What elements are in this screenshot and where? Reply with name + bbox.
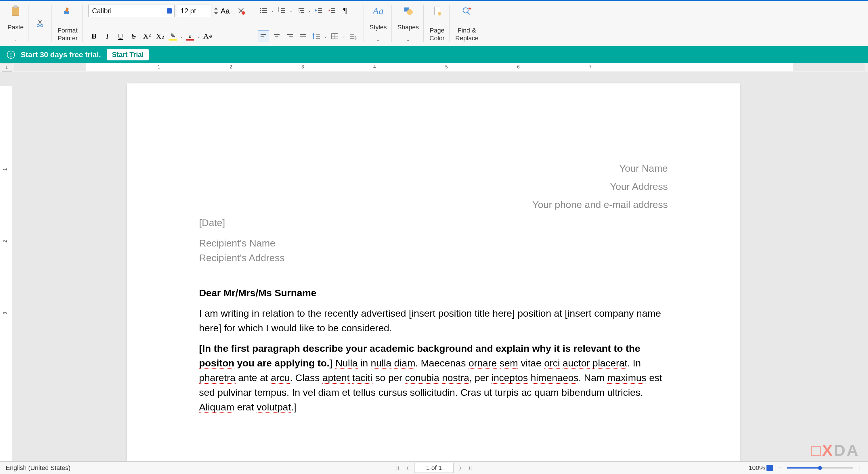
paste-button[interactable] bbox=[9, 5, 22, 17]
zoom-slider[interactable] bbox=[787, 467, 853, 469]
numbered-list-button[interactable]: 123 bbox=[276, 5, 288, 16]
zoom-out-button[interactable]: − bbox=[777, 463, 782, 473]
trial-message: Start 30 days free trial. bbox=[21, 50, 101, 59]
svg-point-56 bbox=[438, 12, 441, 15]
language-indicator[interactable]: English (United States) bbox=[6, 464, 70, 472]
paragraph-1[interactable]: I am writing in relation to the recently… bbox=[199, 306, 668, 335]
chevron-down-icon[interactable]: ⌄ bbox=[376, 37, 380, 42]
page-color-button[interactable] bbox=[431, 5, 443, 17]
align-right-button[interactable] bbox=[284, 30, 296, 42]
paragraph-group: ⌄ 123 ⌄ 123 ⌄ ¶ ⌄ ⌄ bbox=[253, 5, 364, 42]
next-page-button[interactable]: ⟩ bbox=[457, 465, 463, 471]
svg-point-2 bbox=[37, 25, 39, 27]
format-painter-label: Format Painter bbox=[58, 27, 78, 42]
bullet-list-button[interactable] bbox=[258, 5, 269, 16]
chevron-down-icon[interactable]: ⌄ bbox=[308, 8, 311, 13]
align-left-button[interactable] bbox=[258, 30, 269, 42]
justify-button[interactable] bbox=[298, 30, 309, 42]
shapes-button[interactable] bbox=[402, 5, 414, 17]
highlight-color-button[interactable]: ✎ bbox=[168, 32, 178, 40]
find-replace-label: Find & Replace bbox=[455, 27, 478, 42]
font-size-select[interactable]: 12 pt bbox=[177, 5, 211, 17]
paragraph-settings-button[interactable] bbox=[347, 30, 359, 42]
shapes-label: Shapes bbox=[398, 24, 419, 31]
align-center-button[interactable] bbox=[271, 30, 282, 42]
cut-button[interactable] bbox=[34, 17, 47, 30]
page-indicator[interactable]: 1 of 1 bbox=[414, 463, 454, 473]
info-icon: ! bbox=[7, 51, 15, 59]
superscript-button[interactable]: X² bbox=[141, 30, 153, 42]
clear-formatting-button[interactable] bbox=[236, 5, 247, 17]
italic-button[interactable]: I bbox=[101, 30, 113, 42]
zoom-in-button[interactable]: + bbox=[858, 463, 862, 473]
strikethrough-button[interactable]: S bbox=[128, 30, 140, 42]
paste-group: Paste ⌄ bbox=[3, 5, 29, 42]
last-page-button[interactable]: ⟩| bbox=[466, 465, 474, 471]
table-button[interactable] bbox=[329, 30, 341, 42]
chevron-down-icon[interactable]: ⌄ bbox=[14, 37, 17, 42]
trial-banner: ! Start 30 days free trial. Start Trial bbox=[0, 46, 868, 63]
document-viewport[interactable]: Your Name Your Address Your phone and e-… bbox=[12, 72, 868, 461]
sender-contact[interactable]: Your phone and e-mail address bbox=[199, 197, 668, 212]
ruler-row: L 1 2 3 4 5 6 7 bbox=[0, 63, 868, 72]
font-color-button[interactable]: a bbox=[185, 32, 195, 40]
font-name-select[interactable]: Calibri bbox=[88, 5, 175, 17]
change-case-button[interactable]: Aa ⌄ bbox=[221, 5, 233, 17]
start-trial-button[interactable]: Start Trial bbox=[107, 49, 149, 60]
horizontal-ruler[interactable]: 1 2 3 4 5 6 7 bbox=[14, 63, 865, 71]
shapes-group: Shapes ⌄ bbox=[393, 5, 424, 42]
salutation[interactable]: Dear Mr/Mrs/Ms Surname bbox=[199, 286, 668, 300]
chevron-down-icon[interactable]: ⌄ bbox=[289, 8, 293, 13]
tab-stop-indicator[interactable]: L bbox=[2, 64, 12, 72]
prev-page-button[interactable]: ⟨ bbox=[405, 465, 411, 471]
pilcrow-button[interactable]: ¶ bbox=[339, 5, 351, 16]
statusbar: English (United States) |⟨ ⟨ 1 of 1 ⟩ ⟩|… bbox=[0, 461, 868, 474]
styles-label: Styles bbox=[370, 24, 387, 31]
svg-line-58 bbox=[467, 12, 470, 14]
svg-point-3 bbox=[40, 25, 43, 27]
sender-address[interactable]: Your Address bbox=[199, 179, 668, 194]
sender-name[interactable]: Your Name bbox=[199, 161, 668, 176]
chevron-down-icon[interactable]: ⌄ bbox=[197, 34, 200, 38]
styles-group: Aa Styles ⌄ bbox=[365, 5, 392, 42]
multilevel-list-button[interactable]: 123 bbox=[294, 5, 306, 16]
vertical-ruler[interactable]: 1 2 3 bbox=[0, 72, 12, 461]
svg-point-6 bbox=[260, 8, 261, 9]
recipient-address[interactable]: Recipient's Address bbox=[199, 251, 668, 265]
page-color-label: Page Color bbox=[429, 27, 445, 42]
increase-indent-button[interactable] bbox=[326, 5, 338, 16]
decrease-indent-button[interactable] bbox=[313, 5, 324, 16]
date-field[interactable]: [Date] bbox=[199, 215, 668, 230]
svg-point-5 bbox=[242, 11, 245, 15]
svg-text:3: 3 bbox=[278, 11, 279, 14]
svg-rect-1 bbox=[14, 6, 17, 8]
find-replace-group: Find & Replace bbox=[451, 5, 483, 42]
line-spacing-button[interactable] bbox=[311, 30, 322, 42]
subscript-button[interactable]: X₂ bbox=[154, 30, 166, 42]
styles-button[interactable]: Aa bbox=[372, 5, 384, 17]
bold-button[interactable]: B bbox=[88, 30, 100, 42]
first-page-button[interactable]: |⟨ bbox=[394, 465, 402, 471]
svg-point-8 bbox=[260, 10, 261, 11]
recipient-name[interactable]: Recipient's Name bbox=[199, 236, 668, 251]
chevron-down-icon[interactable]: ⌄ bbox=[324, 34, 327, 38]
watermark: □XDA bbox=[811, 441, 859, 460]
character-settings-button[interactable]: A⚙ bbox=[202, 30, 214, 42]
font-size-stepper[interactable] bbox=[214, 7, 218, 15]
format-painter-button[interactable] bbox=[61, 5, 74, 17]
svg-point-54 bbox=[407, 9, 413, 15]
chevron-down-icon[interactable]: ⌄ bbox=[406, 37, 410, 42]
paste-label: Paste bbox=[7, 24, 24, 31]
chevron-down-icon[interactable]: ⌄ bbox=[342, 34, 346, 38]
paragraph-2[interactable]: [In the first paragraph describe your ac… bbox=[199, 341, 668, 414]
svg-point-52 bbox=[355, 38, 356, 38]
chevron-down-icon[interactable]: ⌄ bbox=[180, 34, 183, 38]
clipboard-group bbox=[30, 5, 52, 42]
zoom-percent[interactable]: 100% bbox=[749, 464, 773, 472]
page[interactable]: Your Name Your Address Your phone and e-… bbox=[127, 84, 740, 461]
editor-area: 1 2 3 Your Name Your Address Your phone … bbox=[0, 72, 868, 461]
underline-button[interactable]: U bbox=[115, 30, 126, 42]
chevron-down-icon[interactable]: ⌄ bbox=[271, 8, 274, 13]
find-replace-button[interactable] bbox=[461, 5, 473, 17]
svg-text:3: 3 bbox=[299, 11, 300, 14]
